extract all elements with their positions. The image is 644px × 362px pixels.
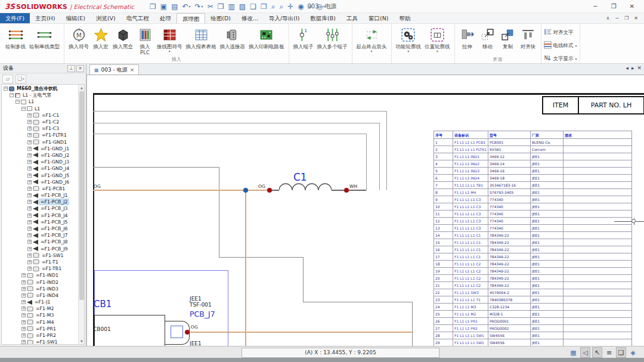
expand-icon[interactable]: +	[21, 327, 26, 331]
undo-icon[interactable]: ↶▾	[182, 2, 190, 11]
restore-button[interactable]: ❐	[611, 3, 617, 10]
wire-segment[interactable]	[366, 134, 367, 190]
tab-003-power[interactable]: ▦ 003 - 电源 ×	[89, 64, 139, 75]
wiring-diagram-symbol-button[interactable]: 接线图符号▾	[155, 26, 184, 54]
paste-document-icon[interactable]: ❒	[261, 2, 267, 11]
label-jee1-bottom[interactable]: JEE1	[190, 341, 202, 346]
tree-item-l1[interactable]: −L1	[2, 98, 78, 105]
tree-item-f1-fltr1[interactable]: +=F1-FLTR1	[2, 132, 78, 138]
tree-item-f1-pcb-j2[interactable]: +=F1-PCB_J2	[2, 199, 78, 205]
expand-icon[interactable]: +	[21, 307, 26, 311]
schematic-canvas[interactable]: ITEM PART NO. LH	[86, 75, 644, 346]
grid-icon[interactable]: ▦	[568, 347, 578, 358]
wire-segment[interactable]	[93, 134, 367, 134]
expand-icon[interactable]: +	[27, 126, 32, 131]
wire-segment[interactable]	[219, 167, 219, 258]
tree-item-f1-tb1[interactable]: +=F1-TB1	[2, 265, 78, 272]
insert-plc-button[interactable]: 插入 PLC	[135, 26, 155, 56]
tree-item-f1-c3[interactable]: +=F1-C3	[2, 125, 78, 132]
draw-multiwire-button[interactable]: 绘制多线	[4, 26, 27, 50]
draw-singlewire-button[interactable]: 绘制单线类型	[27, 26, 61, 50]
save-icon[interactable]: ▣	[160, 2, 167, 11]
menu-item-9[interactable]: 导入/导出(I)	[264, 13, 305, 23]
collapse-icon[interactable]: −	[21, 107, 26, 111]
expand-icon[interactable]: +	[27, 214, 32, 218]
tree-item-f1-gnd1[interactable]: +=F1-GND1	[2, 139, 78, 146]
scroll-up-icon[interactable]: ▲	[79, 85, 85, 91]
tree-item-f1-pcb-j1[interactable]: +=F1-PCB_J1	[2, 192, 78, 199]
mdi-minimize-button[interactable]: −	[615, 16, 619, 21]
scale-icon[interactable]: ◁	[580, 347, 590, 358]
align-block-button[interactable]: 对齐块	[518, 26, 538, 50]
close-panel-icon[interactable]: ×	[76, 65, 84, 72]
zoom-previous-icon[interactable]: ⌕	[271, 2, 275, 11]
close-button[interactable]: ✕	[630, 3, 634, 10]
expand-icon[interactable]: +	[27, 267, 32, 271]
expand-icon[interactable]: +	[27, 227, 32, 231]
expand-icon[interactable]: +	[21, 300, 26, 304]
tree-item-f1-ind3[interactable]: +=F1-IND3	[2, 286, 78, 292]
tree-item-f1-gnd-j3[interactable]: +=F1-GND_J3	[2, 159, 78, 165]
wire-segment[interactable]	[93, 167, 219, 168]
tree-item-f1-pcb-j6[interactable]: +=F1-PCB_J6	[2, 225, 78, 232]
functional-outline-button[interactable]: 功能轮廓线▾	[394, 26, 423, 54]
expand-icon[interactable]: +	[21, 313, 26, 317]
move-button[interactable]: 移动	[478, 26, 498, 50]
next-sheet-icon[interactable]: ▸	[631, 65, 634, 71]
mdi-menu-button[interactable]: ∧	[606, 16, 610, 21]
menu-item-8[interactable]: 修改...	[236, 13, 264, 23]
tree-item-f1-m3[interactable]: +=F1-M3	[2, 312, 78, 318]
expand-icon[interactable]: +	[27, 174, 32, 178]
expand-icon[interactable]: +	[21, 287, 26, 291]
tree-item-m660[interactable]: −M660_混合冷饮机	[2, 85, 78, 92]
location-outline-button[interactable]: 位置轮廓线▾	[423, 26, 452, 54]
expand-icon[interactable]: +	[27, 166, 32, 171]
close-document-icon[interactable]: ✕	[637, 65, 642, 71]
expand-icon[interactable]: +	[27, 253, 32, 258]
copy-block-button[interactable]: 复制	[498, 26, 518, 50]
component-label-cb001[interactable]: CB001	[93, 326, 111, 332]
tree-item-f1-pcb-j4[interactable]: +=F1-PCB_J4	[2, 212, 78, 219]
menu-item-2[interactable]: 编辑(E)	[60, 13, 90, 23]
expand-icon[interactable]: +	[27, 220, 32, 224]
expand-icon[interactable]: +	[21, 320, 26, 324]
expand-icon[interactable]: +	[27, 240, 32, 244]
insert-connector-button[interactable]: 插入连接器	[218, 26, 247, 50]
collapse-icon[interactable]: −	[10, 93, 14, 97]
wire-segment[interactable]	[93, 111, 387, 112]
insert-report-table-button[interactable]: 插入报表表格	[184, 26, 218, 50]
cut-icon[interactable]: ✂	[208, 2, 213, 11]
paste-icon[interactable]: ▥	[228, 2, 234, 11]
wire-segment[interactable]	[332, 190, 366, 191]
wire-segment[interactable]	[379, 123, 380, 190]
inductor-symbol-c1[interactable]	[279, 183, 332, 191]
tree-item-f1-m2[interactable]: +=F1-M2	[2, 305, 78, 312]
text-display-button[interactable]: N文字显示▾	[544, 53, 577, 64]
tree-item-f1-pr1[interactable]: +=F1-PR1	[2, 326, 78, 332]
insert-symbol-button[interactable]: M插入符号	[67, 26, 91, 50]
menu-item-5[interactable]: 处理	[154, 13, 177, 23]
insert-multi-terminal-button[interactable]: 插入多个端子	[315, 26, 349, 50]
collapse-icon[interactable]: −	[4, 86, 8, 91]
wire-segment[interactable]	[303, 257, 304, 302]
tree-item-f1-pr2[interactable]: +=F1-PR2	[2, 332, 78, 339]
tree-item-f1-gnd-j6[interactable]: +=F1-GND_J6	[2, 179, 78, 185]
paste-special-icon[interactable]: ▧	[239, 2, 246, 11]
terminal-dot-wh[interactable]	[344, 188, 349, 193]
expand-icon[interactable]: +	[27, 200, 32, 204]
menu-item-1[interactable]: 主页(H)	[30, 13, 61, 23]
expand-icon[interactable]: +	[27, 193, 32, 197]
wire-style-button[interactable]: 电线样式▾	[544, 40, 577, 51]
menu-item-10[interactable]: 数据库(B)	[305, 13, 341, 23]
expand-icon[interactable]: +	[27, 113, 32, 117]
expand-icon[interactable]: +	[27, 187, 32, 191]
component-label-c1[interactable]: C1	[293, 172, 307, 182]
menu-item-6[interactable]: 原理图	[177, 13, 206, 23]
cursor-mode-icon[interactable]: ↖	[592, 347, 602, 358]
tree-item-f1-j1[interactable]: +=F1-J1	[2, 299, 78, 305]
stretch-button[interactable]: 拉伸	[457, 26, 478, 50]
wire-segment[interactable]	[219, 257, 304, 258]
insert-terminal-button[interactable]: 1插入端子	[292, 26, 315, 50]
expand-icon[interactable]: +	[27, 180, 32, 184]
menu-item-13[interactable]: 帮助	[394, 13, 416, 23]
